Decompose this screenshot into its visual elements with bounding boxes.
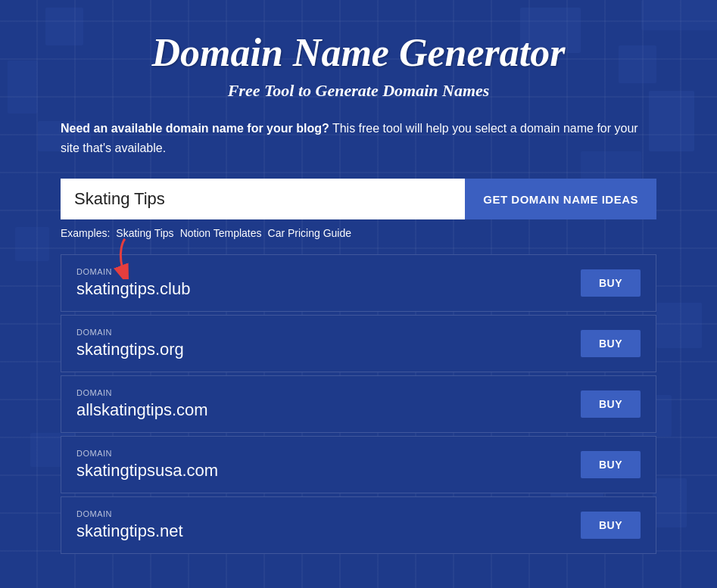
get-ideas-button[interactable]: GET DOMAIN NAME IDEAS: [465, 179, 656, 219]
domain-card-5: DOMAIN skatingtips.net BUY: [61, 496, 656, 554]
buy-button-1[interactable]: BUY: [581, 269, 641, 297]
domain-info-4: DOMAIN skatingtipsusa.com: [76, 449, 581, 481]
page-title: Domain Name Generator: [61, 30, 656, 75]
domain-card-1: DOMAIN skatingtips.club BUY: [61, 254, 656, 312]
domain-info-2: DOMAIN skatingtips.org: [76, 328, 581, 359]
buy-button-4[interactable]: BUY: [581, 451, 641, 478]
domain-info-5: DOMAIN skatingtips.net: [76, 509, 581, 541]
domain-name-2: skatingtips.org: [76, 340, 581, 359]
domain-name-4: skatingtipsusa.com: [76, 461, 581, 481]
buy-button-3[interactable]: BUY: [581, 390, 641, 418]
domain-card-4: DOMAIN skatingtipsusa.com BUY: [61, 436, 656, 493]
search-row: GET DOMAIN NAME IDEAS: [61, 179, 656, 219]
description-bold: Need an available domain name for your b…: [61, 122, 329, 135]
page-subtitle: Free Tool to Generate Domain Names: [61, 81, 656, 101]
domain-label-3: DOMAIN: [76, 388, 581, 397]
domain-label-5: DOMAIN: [76, 509, 581, 518]
domain-label-2: DOMAIN: [76, 328, 581, 337]
search-input[interactable]: [61, 179, 465, 219]
example-link-car[interactable]: Car Pricing Guide: [268, 227, 352, 239]
examples-row: Examples: Skating Tips Notion Templates …: [61, 227, 656, 239]
domain-name-3: allskatingtips.com: [76, 400, 581, 420]
domain-name-1: skatingtips.club: [76, 279, 581, 299]
domain-name-5: skatingtips.net: [76, 521, 581, 541]
results-list: DOMAIN skatingtips.club BUY DOMAIN skati…: [61, 254, 656, 557]
domain-label-4: DOMAIN: [76, 449, 581, 458]
buy-button-5[interactable]: BUY: [581, 512, 641, 539]
example-link-notion[interactable]: Notion Templates: [180, 227, 262, 239]
domain-info-1: DOMAIN skatingtips.club: [76, 267, 581, 299]
domain-info-3: DOMAIN allskatingtips.com: [76, 388, 581, 420]
examples-label: Examples:: [61, 227, 110, 239]
buy-button-2[interactable]: BUY: [581, 330, 641, 357]
domain-card-2: DOMAIN skatingtips.org BUY: [61, 315, 656, 372]
domain-label-1: DOMAIN: [76, 267, 581, 276]
page-description: Need an available domain name for your b…: [61, 119, 656, 157]
domain-card-3: DOMAIN allskatingtips.com BUY: [61, 375, 656, 433]
